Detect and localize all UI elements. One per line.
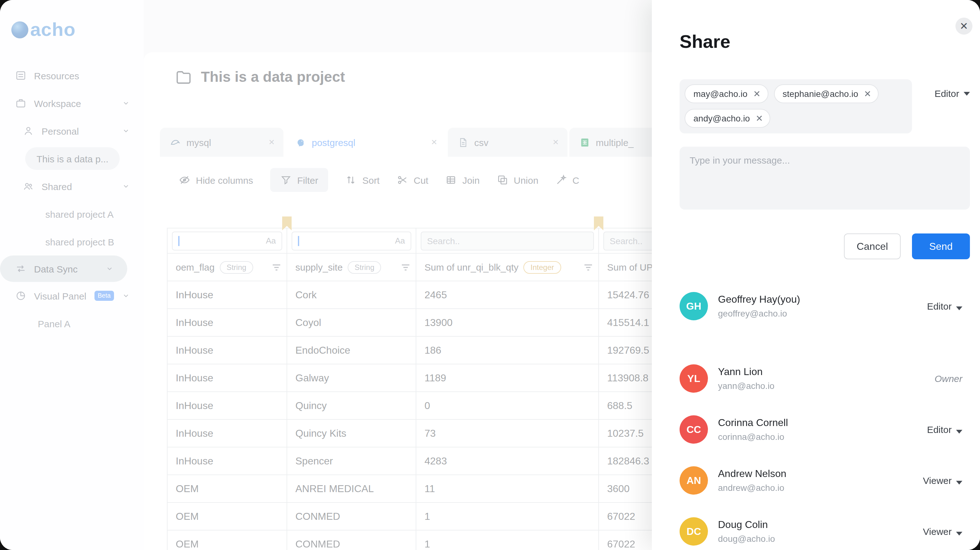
member-name: Yann Lion: [718, 366, 774, 377]
chevron-down-icon: [956, 480, 963, 484]
remove-recipient-icon[interactable]: ✕: [864, 89, 871, 98]
member-name: Corinna Cornell: [718, 417, 788, 428]
member-role-label: Owner: [935, 373, 970, 384]
member-role-dropdown[interactable]: Viewer: [923, 526, 970, 537]
member-name: Geoffrey Hay(you): [718, 294, 800, 305]
member-name: Andrew Nelson: [718, 468, 786, 480]
avatar: AN: [679, 466, 708, 495]
list-item: CC Corinna Cornell corinna@acho.io Edito…: [679, 415, 970, 444]
remove-recipient-icon[interactable]: ✕: [756, 114, 763, 123]
list-item: AN Andrew Nelson andrew@acho.io Viewer: [679, 466, 970, 495]
close-button[interactable]: ✕: [955, 17, 972, 35]
recipient-email: stephanie@acho.io: [783, 89, 858, 99]
message-input[interactable]: [679, 147, 970, 209]
avatar: YL: [679, 365, 708, 393]
avatar: DC: [679, 517, 708, 545]
screen: acho Resources Workspace Personal This i…: [0, 0, 980, 550]
member-role-dropdown[interactable]: Editor: [927, 301, 970, 312]
chevron-down-icon: [956, 430, 963, 433]
dialog-actions: Cancel Send: [679, 233, 970, 259]
avatar: GH: [679, 292, 708, 320]
list-item: GH Geoffrey Hay(you) geoffrey@acho.io Ed…: [679, 292, 970, 320]
recipient-chip: may@acho.io ✕: [685, 84, 768, 103]
cancel-button[interactable]: Cancel: [844, 233, 900, 259]
member-email: geoffrey@acho.io: [718, 308, 800, 319]
invite-role-dropdown[interactable]: Editor: [922, 79, 970, 133]
member-list: GH Geoffrey Hay(you) geoffrey@acho.io Ed…: [679, 292, 970, 545]
modal-backdrop[interactable]: [0, 0, 652, 550]
remove-recipient-icon[interactable]: ✕: [753, 89, 760, 98]
role-value: Viewer: [923, 475, 952, 486]
app-window: acho Resources Workspace Personal This i…: [0, 0, 980, 550]
share-dialog: ✕ Share may@acho.io ✕ stephanie@acho.io …: [652, 0, 980, 550]
role-value: Viewer: [923, 526, 952, 537]
role-value: Editor: [935, 88, 959, 99]
role-value: Owner: [935, 373, 963, 384]
send-button[interactable]: Send: [912, 233, 970, 259]
share-dialog-title: Share: [679, 0, 970, 52]
recipient-email: may@acho.io: [694, 89, 748, 99]
list-item: DC Doug Colin doug@acho.io Viewer: [679, 517, 970, 545]
recipient-input[interactable]: may@acho.io ✕ stephanie@acho.io ✕ andy@a…: [679, 79, 912, 133]
recipient-chip: andy@acho.io ✕: [685, 109, 771, 128]
member-email: andrew@acho.io: [718, 483, 786, 493]
role-value: Editor: [927, 424, 952, 435]
chevron-down-icon: [964, 92, 970, 96]
invite-row: may@acho.io ✕ stephanie@acho.io ✕ andy@a…: [679, 79, 970, 133]
close-icon: ✕: [960, 20, 968, 32]
chevron-down-icon: [956, 531, 963, 535]
member-name: Doug Colin: [718, 519, 775, 531]
member-email: doug@acho.io: [718, 534, 775, 544]
avatar: CC: [679, 415, 708, 444]
member-role-dropdown[interactable]: Editor: [927, 424, 970, 435]
member-email: corinna@acho.io: [718, 432, 788, 442]
role-value: Editor: [927, 301, 952, 312]
list-item: YL Yann Lion yann@acho.io Owner: [679, 365, 970, 393]
recipient-chip: stephanie@acho.io ✕: [774, 84, 879, 103]
member-role-dropdown[interactable]: Viewer: [923, 475, 970, 486]
member-email: yann@acho.io: [718, 381, 774, 391]
recipient-email: andy@acho.io: [694, 113, 750, 123]
chevron-down-icon: [956, 306, 963, 310]
